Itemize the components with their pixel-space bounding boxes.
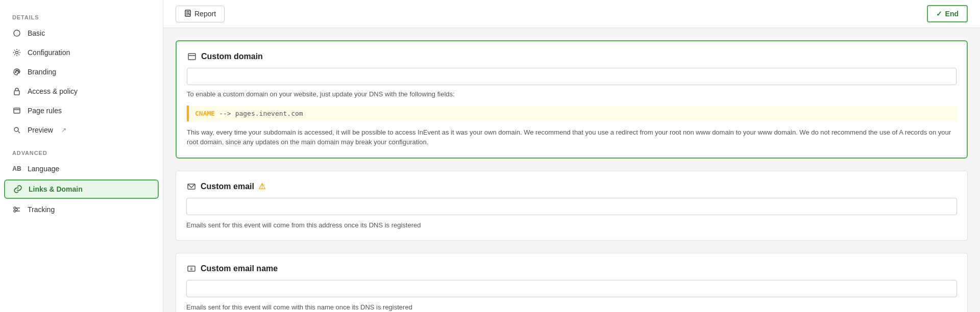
- svg-rect-21: [188, 54, 195, 60]
- svg-line-10: [18, 132, 20, 134]
- sidebar-item-tracking[interactable]: Tracking: [0, 200, 163, 219]
- svg-point-12: [14, 210, 16, 212]
- custom-email-title: Custom email ⚠: [186, 181, 957, 192]
- sidebar-item-language[interactable]: AB Language: [0, 159, 163, 178]
- cname-block: CNAME --> pages.inevent.com: [187, 106, 957, 121]
- custom-domain-title: Custom domain: [187, 51, 957, 62]
- custom-email-input[interactable]: [186, 198, 957, 215]
- svg-point-9: [14, 127, 18, 132]
- sidebar-item-label: Basic: [28, 29, 45, 37]
- sidebar-item-label: Language: [28, 165, 59, 173]
- custom-domain-input[interactable]: [187, 68, 957, 85]
- sidebar-item-basic[interactable]: Basic: [0, 23, 163, 43]
- custom-domain-card: Custom domain To enable a custom domain …: [176, 40, 968, 159]
- end-button[interactable]: ✓ End: [927, 5, 968, 22]
- sidebar: DETAILS Basic Configuration Branding Acc…: [0, 0, 163, 312]
- custom-email-name-input[interactable]: [186, 280, 957, 297]
- main-area: Report ✓ End Custom domain To enable a c…: [163, 0, 980, 312]
- sidebar-item-links-domain[interactable]: Links & Domain: [4, 179, 159, 199]
- sidebar-item-access-policy[interactable]: Access & policy: [0, 82, 163, 101]
- svg-point-2: [15, 72, 16, 73]
- link-icon: [13, 185, 22, 194]
- custom-email-help: Emails sent for this event will come fro…: [186, 220, 957, 230]
- scissors-icon: [12, 205, 21, 214]
- custom-email-card: Custom email ⚠ Emails sent for this even…: [176, 171, 968, 241]
- svg-rect-7: [14, 108, 20, 113]
- svg-point-1: [16, 51, 18, 54]
- custom-domain-body: This way, every time your subdomain is a…: [187, 127, 957, 147]
- sidebar-item-label: Links & Domain: [29, 185, 83, 193]
- circle-icon: [12, 29, 21, 38]
- svg-rect-6: [14, 91, 19, 95]
- browser-icon: [12, 106, 21, 115]
- checkmark-icon: ✓: [936, 10, 942, 18]
- sidebar-item-label: Configuration: [28, 48, 70, 57]
- warning-icon: ⚠: [258, 181, 265, 191]
- email-name-icon: [186, 264, 197, 274]
- cname-label: CNAME: [195, 110, 215, 117]
- sidebar-item-label: Access & policy: [28, 87, 78, 95]
- sidebar-item-label: Page rules: [28, 107, 62, 115]
- sidebar-item-page-rules[interactable]: Page rules: [0, 101, 163, 120]
- svg-point-4: [17, 70, 18, 71]
- palette-icon: [12, 67, 21, 76]
- custom-domain-help: To enable a custom domain on your websit…: [187, 89, 957, 99]
- end-label: End: [945, 10, 959, 18]
- sidebar-item-configuration[interactable]: Configuration: [0, 43, 163, 62]
- gear-icon: [12, 48, 21, 57]
- sidebar-item-label: Preview: [28, 126, 53, 134]
- browser-card-icon: [187, 51, 197, 62]
- svg-point-11: [14, 207, 16, 209]
- sidebar-item-branding[interactable]: Branding: [0, 62, 163, 82]
- sidebar-item-label: Tracking: [28, 205, 55, 214]
- content-area: Custom domain To enable a custom domain …: [163, 28, 980, 312]
- details-section-title: DETAILS: [0, 8, 163, 23]
- toolbar: Report ✓ End: [163, 0, 980, 28]
- sidebar-item-preview[interactable]: Preview ↗: [0, 120, 163, 140]
- report-label: Report: [194, 10, 216, 18]
- svg-point-0: [14, 30, 20, 36]
- advanced-section-title: ADVANCED: [0, 144, 163, 159]
- custom-email-name-card: Custom email name Emails sent for this e…: [176, 253, 968, 312]
- external-link-icon: ↗: [61, 126, 66, 134]
- search-icon: [12, 125, 21, 135]
- ab-icon: AB: [12, 164, 21, 173]
- custom-email-name-title: Custom email name: [186, 264, 957, 274]
- custom-email-name-help: Emails sent for this event will come wit…: [186, 302, 957, 312]
- cname-value: pages.inevent.com: [235, 110, 303, 117]
- report-button[interactable]: Report: [176, 6, 225, 22]
- lock-icon: [12, 87, 21, 96]
- svg-point-5: [18, 71, 19, 72]
- cname-arrow: -->: [219, 110, 231, 117]
- sidebar-item-label: Branding: [28, 68, 56, 76]
- report-icon: [184, 10, 191, 18]
- email-icon: [186, 181, 197, 192]
- svg-rect-24: [188, 266, 195, 271]
- svg-point-3: [16, 70, 17, 71]
